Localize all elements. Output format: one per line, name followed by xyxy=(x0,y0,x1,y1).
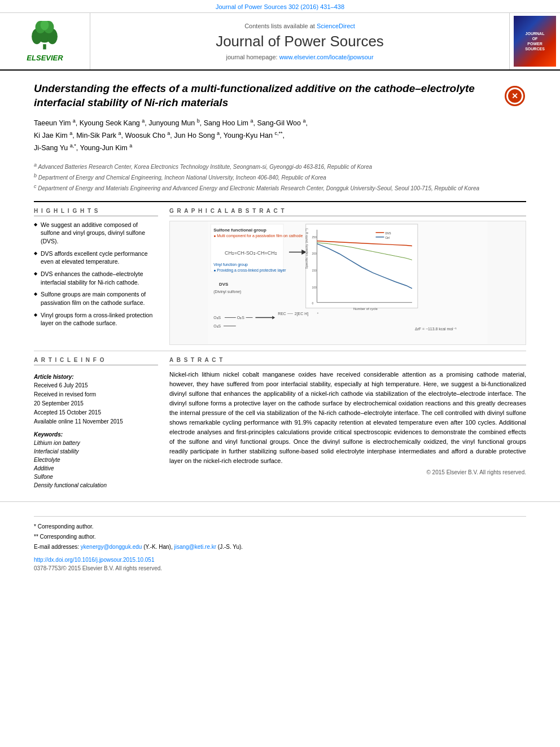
highlight-item-4: Sulfone groups are main components of pa… xyxy=(34,290,158,307)
crossmark-icon: ✕ xyxy=(504,85,526,107)
footnote-email-label: E-mail addresses: xyxy=(34,544,79,550)
svg-text:Specific capacity (mAh g⁻¹): Specific capacity (mAh g⁻¹) xyxy=(305,228,308,269)
svg-text:Sulfone functional group: Sulfone functional group xyxy=(213,227,266,232)
revised-label: Received in revised form xyxy=(34,391,158,399)
article-abstract-row: A R T I C L E I N F O Article history: R… xyxy=(34,357,526,490)
highlight-item-3: DVS enhances the cathode–electrolyte int… xyxy=(34,270,158,286)
article-info-header: A R T I C L E I N F O xyxy=(34,357,158,365)
affiliations: a Advanced Batteries Research Center, Ko… xyxy=(34,161,526,193)
email2-name: (J.-S. Yu). xyxy=(218,544,243,550)
keywords-label: Keywords: xyxy=(34,431,158,438)
author-young-han: Young-Kyu Han c,**, xyxy=(224,132,285,139)
svg-text:O₂S: O₂S xyxy=(213,324,221,328)
svg-text:250: 250 xyxy=(312,235,317,238)
graphical-abstract-header: G R A P H I C A L A B S T R A C T xyxy=(169,208,526,216)
doi-link[interactable]: http://dx.doi.org/10.1016/j.jpowsour.201… xyxy=(34,557,526,563)
keyword-3: Electrolyte xyxy=(34,456,158,464)
svg-text:● Providing a cross-linked pro: ● Providing a cross-linked protective la… xyxy=(213,268,286,273)
elsevier-label: ELSEVIER xyxy=(27,54,63,62)
svg-text:O₂S: O₂S xyxy=(237,316,244,320)
keyword-5: Sulfone xyxy=(34,473,158,481)
author-kyoung-kang: Kyoung Seok Kang a, xyxy=(80,119,147,127)
keywords-block: Keywords: Lithium ion battery Interfacia… xyxy=(34,431,158,490)
abstract-text: Nickel-rich lithium nickel cobalt mangan… xyxy=(169,370,526,466)
keyword-4: Additive xyxy=(34,465,158,473)
author-jun-song: Jun Ho Song a, xyxy=(174,132,221,139)
article-history-block: Article history: Received 6 July 2015 Re… xyxy=(34,374,158,426)
abstract-header: A B S T R A C T xyxy=(169,357,526,365)
footnotes: * Corresponding author. ** Corresponding… xyxy=(34,522,526,551)
article-history: Article history: Received 6 July 2015 Re… xyxy=(34,374,158,490)
received-date: Received 6 July 2015 xyxy=(34,382,158,390)
footer-divider xyxy=(34,516,526,517)
authors: Taeeun Yim a, Kyoung Seok Kang a, Junyou… xyxy=(34,116,526,154)
journal-homepage-url[interactable]: www.elsevier.com/locate/jpowsour xyxy=(279,54,374,60)
paper-title: Understanding the effects of a multi-fun… xyxy=(34,82,495,110)
keyword-1: Lithium ion battery xyxy=(34,439,158,447)
author-woosuk-cho: Woosuk Cho a, xyxy=(125,132,172,139)
elsevier-logo-area: ELSEVIER xyxy=(0,13,90,69)
journal-citation: Journal of Power Sources 302 (2016) 431–… xyxy=(216,3,344,10)
elsevier-logo: ELSEVIER xyxy=(27,21,63,62)
footer: * Corresponding author. ** Corresponding… xyxy=(0,501,560,580)
issn-line: 0378-7753/© 2015 Elsevier B.V. All right… xyxy=(34,565,526,571)
email1-link[interactable]: ykenergy@dongguk.edu xyxy=(81,544,142,550)
svg-text:ΔrF = −113.8 kcal mol⁻¹: ΔrF = −113.8 kcal mol⁻¹ xyxy=(415,327,457,331)
author-ji-yu: Ji-Sang Yu a,*, xyxy=(34,144,78,152)
author-taeeun-yim: Taeeun Yim a, xyxy=(34,119,77,127)
journal-cover-area: JOURNALOFPOWERSOURCES xyxy=(509,13,560,69)
footnote-star: * Corresponding author. xyxy=(34,522,526,531)
affiliation-c: c Department of Energy and Materials Eng… xyxy=(34,183,526,193)
author-sang-woo: Sang-Gil Woo a, xyxy=(257,119,308,127)
email1-name: (Y.-K. Han), xyxy=(143,544,173,550)
highlights-list: We suggest an additive composed of sulfo… xyxy=(34,221,158,328)
journal-header-center: Contents lists available at ScienceDirec… xyxy=(90,13,509,69)
main-content: Understanding the effects of a multi-fun… xyxy=(0,71,560,501)
affiliation-a: a Advanced Batteries Research Center, Ko… xyxy=(34,161,526,171)
svg-text:DVS: DVS xyxy=(385,231,391,234)
revised-date: 20 September 2015 xyxy=(34,400,158,408)
footnote-star-label: * Corresponding author. xyxy=(34,523,94,530)
affiliation-b: b Department of Energy and Chemical Engi… xyxy=(34,172,526,182)
author-sang-lim: Sang Hoo Lim a, xyxy=(204,119,255,127)
journal-cover-text: JOURNALOFPOWERSOURCES xyxy=(525,31,545,51)
abstract-column: A B S T R A C T Nickel-rich lithium nick… xyxy=(169,357,526,490)
sciencedirect-link: Contents lists available at ScienceDirec… xyxy=(244,23,355,29)
svg-text:Number of cycle: Number of cycle xyxy=(353,307,378,310)
highlight-item-1: We suggest an additive composed of sulfo… xyxy=(34,221,158,246)
author-young-kim: Young-Jun Kim a xyxy=(80,144,132,152)
highlights-column: H I G H L I G H T S We suggest an additi… xyxy=(34,208,158,345)
svg-rect-21 xyxy=(306,224,418,308)
keyword-2: Interfacial stability xyxy=(34,448,158,456)
svg-text:Ctrl: Ctrl xyxy=(385,236,390,239)
svg-text:● Multi component for a passiv: ● Multi component for a passivation film… xyxy=(213,233,303,238)
svg-text:200: 200 xyxy=(312,252,317,255)
graphical-abstract-svg: Sulfone functional group ● Multi compone… xyxy=(170,221,526,344)
available-date: Available online 11 November 2015 xyxy=(34,418,158,426)
highlights-header: H I G H L I G H T S xyxy=(34,208,158,216)
article-info-column: A R T I C L E I N F O Article history: R… xyxy=(34,357,158,490)
graphical-abstract-image: Sulfone functional group ● Multi compone… xyxy=(169,221,526,345)
highlights-graphical-row: H I G H L I G H T S We suggest an additi… xyxy=(34,208,526,345)
highlight-item-2: DVS affords excellent cycle performance … xyxy=(34,250,158,266)
svg-text:100: 100 xyxy=(312,286,317,289)
journal-cover-image: JOURNALOFPOWERSOURCES xyxy=(514,16,556,67)
svg-text:(Divinyl sulfone): (Divinyl sulfone) xyxy=(213,289,241,294)
paper-title-section: Understanding the effects of a multi-fun… xyxy=(34,82,526,110)
footnote-double-star-label: ** Corresponding author. xyxy=(34,534,96,540)
section-divider-mid xyxy=(34,351,526,351)
journal-header: ELSEVIER Contents lists available at Sci… xyxy=(0,13,560,71)
author-min-park: Min-Sik Park a, xyxy=(76,132,123,139)
sciencedirect-url[interactable]: ScienceDirect xyxy=(317,23,355,29)
journal-top-bar: Journal of Power Sources 302 (2016) 431–… xyxy=(0,0,560,13)
highlight-item-5: Vinyl groups form a cross-linked protect… xyxy=(34,311,158,327)
svg-text:2[EC H]: 2[EC H] xyxy=(295,312,308,316)
journal-title: Journal of Power Sources xyxy=(216,33,384,50)
svg-text:150: 150 xyxy=(312,269,317,272)
svg-text:CH₂=CH-SO₂-CH=CH₂: CH₂=CH-SO₂-CH=CH₂ xyxy=(225,250,277,256)
svg-text:O₂S: O₂S xyxy=(213,316,221,320)
svg-rect-0 xyxy=(43,44,47,49)
svg-text:REC: REC xyxy=(278,312,286,316)
email2-link[interactable]: jisang@keti.re.kr xyxy=(174,544,216,550)
section-divider-top xyxy=(34,201,526,202)
